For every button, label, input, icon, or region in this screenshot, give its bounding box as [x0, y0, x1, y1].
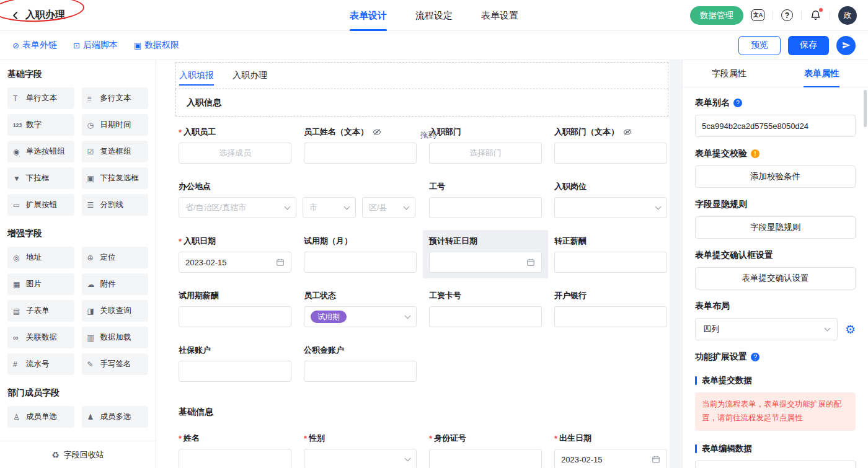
palette-item-linked-data[interactable]: ∞关联数据 — [7, 327, 74, 348]
palette-item-signature[interactable]: ✎手写签名 — [82, 353, 149, 375]
panel-scrollbar-thumb[interactable] — [864, 90, 867, 127]
field-bank[interactable]: 开户银行 — [554, 290, 667, 327]
palette-item-member-multi[interactable]: ♟成员多选 — [82, 406, 149, 428]
field-hire-department[interactable]: 入职部门 选择部门 — [429, 126, 542, 164]
field-employee-name-text[interactable]: 员工姓名（文本） — [304, 126, 417, 164]
field-recycle-bin[interactable]: ♻ 字段回收站 — [0, 441, 156, 468]
text-input[interactable] — [304, 252, 417, 273]
status-select[interactable]: 试用期 — [304, 306, 417, 327]
palette-item-multi-line-text[interactable]: ≡多行文本 — [82, 87, 149, 109]
submit-confirm-button[interactable]: 表单提交确认设置 — [695, 267, 856, 289]
palette-item-divider[interactable]: ☰分割线 — [82, 194, 149, 216]
field-probation-months[interactable]: 试用期（月） — [304, 236, 417, 273]
data-manage-button[interactable]: 数据管理 — [690, 6, 743, 25]
translate-icon[interactable]: 文A — [751, 9, 764, 21]
field-office-location[interactable]: 办公地点 省/自治区/直辖市 市 区/县 — [179, 181, 417, 218]
field-hire-date[interactable]: *入职日期 2023-02-15 — [179, 236, 291, 273]
help-circle-icon[interactable]: ? — [751, 353, 760, 361]
text-input[interactable] — [429, 197, 542, 218]
field-name[interactable]: *姓名 — [179, 433, 291, 468]
palette-item-checkbox-group[interactable]: ☑复选框组 — [82, 141, 149, 162]
province-select[interactable]: 省/自治区/直辖市 — [179, 197, 296, 218]
text-input[interactable] — [429, 306, 542, 327]
text-input[interactable] — [429, 449, 542, 468]
preview-button[interactable]: 预览 — [738, 36, 781, 55]
palette-item-attachment[interactable]: ☁附件 — [82, 273, 149, 295]
field-employee-status[interactable]: 员工状态 试用期 — [304, 290, 417, 327]
date-value: 2023-02-15 — [185, 258, 227, 267]
text-input[interactable] — [554, 306, 667, 327]
date-input[interactable]: 2023-02-15 — [554, 449, 667, 468]
field-hire-position[interactable]: 入职岗位 — [554, 181, 667, 218]
tab-form-design[interactable]: 表单设计 — [350, 0, 387, 31]
add-validation-button[interactable]: 添加校验条件 — [695, 166, 856, 188]
palette-item-multi-dropdown[interactable]: ▣下拉复选框 — [82, 167, 149, 189]
gender-select[interactable] — [304, 449, 417, 468]
section-basic-info[interactable]: 基础信息 — [179, 407, 668, 418]
field-salary-card-number[interactable]: 工资卡号 — [429, 290, 542, 327]
field-id-number[interactable]: *身份证号 — [429, 433, 542, 468]
text-input[interactable] — [179, 361, 291, 382]
field-birth-date[interactable]: *出生日期 2023-02-15 — [554, 433, 667, 468]
gear-icon[interactable]: ⚙ — [845, 324, 856, 335]
palette-item-radio-group[interactable]: ◉单选按钮组 — [7, 141, 74, 162]
form-tab-hire-process[interactable]: 入职办理 — [231, 63, 268, 89]
edit-data-control[interactable] — [695, 461, 856, 468]
help-icon[interactable]: ? — [781, 9, 793, 21]
text-input[interactable] — [554, 143, 667, 164]
section-hire-info[interactable]: 入职信息 — [175, 89, 668, 117]
form-tabs-widget[interactable]: 入职填报 入职办理 — [175, 62, 668, 89]
tab-flow-setting[interactable]: 流程设定 — [415, 0, 453, 31]
share-button[interactable] — [836, 36, 856, 55]
layout-select[interactable]: 四列 — [695, 318, 838, 340]
field-gender[interactable]: *性别 — [304, 433, 417, 468]
form-tab-hire-fill[interactable]: 入职填报 — [178, 63, 215, 89]
field-housing-fund-account[interactable]: 公积金账户 — [304, 345, 417, 382]
field-hire-employee[interactable]: *入职员工 选择成员 — [179, 126, 291, 164]
palette-item-single-line-text[interactable]: T单行文本 — [7, 87, 74, 109]
user-avatar[interactable]: 政 — [838, 6, 857, 25]
text-input[interactable] — [179, 306, 291, 327]
palette-item-image[interactable]: ▦图片 — [7, 273, 74, 295]
text-input[interactable] — [304, 361, 417, 382]
notification-bell-icon[interactable] — [810, 9, 822, 21]
palette-item-member-single[interactable]: ♙成员单选 — [7, 406, 74, 428]
palette-item-extend-button[interactable]: ▭扩展按钮 — [7, 194, 74, 216]
text-input[interactable] — [554, 252, 667, 273]
field-social-security-account[interactable]: 社保账户 — [179, 345, 291, 382]
district-select[interactable]: 区/县 — [362, 197, 415, 218]
city-select[interactable]: 市 — [303, 197, 356, 218]
tab-form-setting[interactable]: 表单设置 — [481, 0, 518, 31]
data-permission-link[interactable]: ▣ 数据权限 — [134, 40, 179, 51]
tab-field-properties[interactable]: 字段属性 — [683, 60, 776, 87]
palette-item-subform[interactable]: ▤子表单 — [7, 300, 74, 322]
form-external-link[interactable]: ⊘ 表单外链 — [12, 40, 57, 51]
field-probation-salary[interactable]: 试用期薪酬 — [179, 290, 291, 327]
form-alias-input[interactable]: 5ca994b2ca2d5755e8050d24 — [695, 115, 856, 137]
field-hire-department-text[interactable]: 入职部门（文本） — [554, 126, 667, 164]
palette-item-number[interactable]: 123数字 — [7, 114, 74, 136]
palette-item-address[interactable]: ◎地址 — [7, 247, 74, 268]
department-picker-input[interactable]: 选择部门 — [429, 143, 542, 164]
visibility-rules-button[interactable]: 字段显隐规则 — [695, 216, 856, 239]
field-job-number[interactable]: 工号 — [429, 181, 542, 218]
palette-item-location[interactable]: ⊕定位 — [82, 247, 149, 268]
palette-item-data-load[interactable]: ▥数据加载 — [82, 327, 149, 348]
palette-item-datetime[interactable]: ◷日期时间 — [82, 114, 149, 136]
text-input[interactable] — [179, 449, 291, 468]
save-button[interactable]: 保存 — [788, 36, 829, 55]
text-input[interactable] — [304, 143, 417, 164]
backend-script-link[interactable]: ⊡ 后端脚本 — [73, 40, 118, 51]
tab-form-properties[interactable]: 表单属性 — [776, 60, 868, 87]
field-regular-salary[interactable]: 转正薪酬 — [554, 236, 667, 273]
field-expected-regular-date[interactable]: 预计转正日期 — [423, 230, 548, 278]
date-input[interactable] — [429, 252, 542, 273]
member-picker-input[interactable]: 选择成员 — [179, 143, 291, 164]
date-input[interactable]: 2023-02-15 — [179, 252, 291, 273]
back-button[interactable] — [10, 10, 21, 21]
palette-item-linked-query[interactable]: ◨关联查询 — [82, 300, 149, 322]
position-select[interactable] — [554, 197, 667, 218]
palette-item-serial-number[interactable]: #流水号 — [7, 353, 74, 375]
help-circle-icon[interactable]: ? — [733, 99, 742, 107]
palette-item-dropdown[interactable]: ▼下拉框 — [7, 167, 74, 189]
